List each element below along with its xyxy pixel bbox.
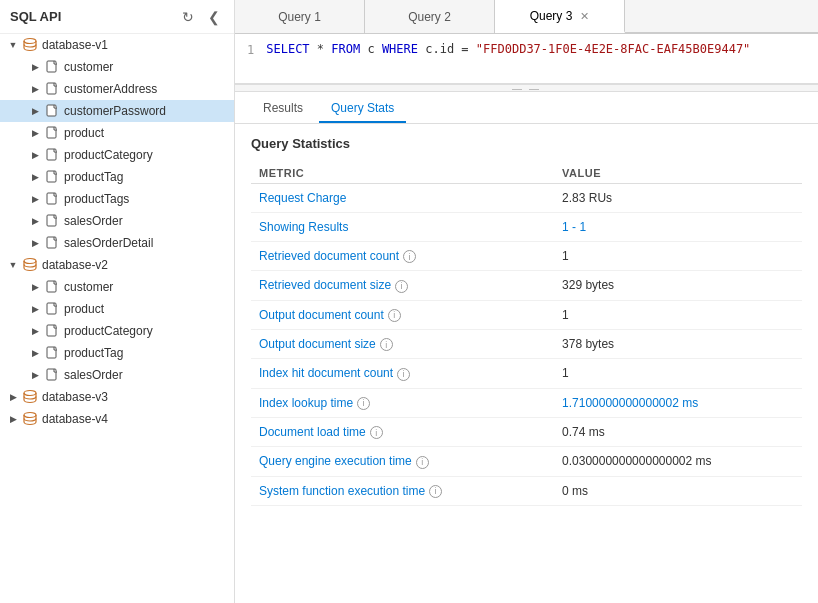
- close-icon[interactable]: ✕: [580, 10, 589, 23]
- sidebar-actions: ↻ ❮: [178, 7, 224, 27]
- keyword-select: SELECT: [266, 42, 309, 56]
- tab-results[interactable]: Results: [251, 95, 315, 123]
- chevron-right-icon: ▶: [28, 302, 42, 316]
- sidebar-item-productCategory-v1[interactable]: ▶ productCategory: [0, 144, 234, 166]
- line-number: 1: [247, 42, 254, 75]
- metric-cell: System function execution timei: [251, 476, 554, 505]
- sidebar-item-database-v2[interactable]: ▼ database-v2: [0, 254, 234, 276]
- tab-query3[interactable]: Query 3 ✕: [495, 0, 625, 33]
- chevron-right-icon: ▶: [28, 280, 42, 294]
- stats-table: METRIC VALUE Request Charge2.83 RUsShowi…: [251, 163, 802, 506]
- query-value: "FFD0DD37-1F0E-4E2E-8FAC-EAF45B0E9447": [476, 42, 751, 56]
- sidebar-item-salesOrderDetail[interactable]: ▶ salesOrderDetail: [0, 232, 234, 254]
- collection-icon: [44, 301, 60, 317]
- stats-title: Query Statistics: [251, 136, 802, 151]
- collection-icon: [44, 345, 60, 361]
- table-row: Retrieved document sizei329 bytes: [251, 271, 802, 300]
- info-icon[interactable]: i: [380, 338, 393, 351]
- value-cell: 1: [554, 300, 802, 329]
- info-icon[interactable]: i: [416, 456, 429, 469]
- value-cell: 0 ms: [554, 476, 802, 505]
- collection-icon: [44, 323, 60, 339]
- sidebar-header: SQL API ↻ ❮: [0, 0, 234, 34]
- tab-query1[interactable]: Query 1: [235, 0, 365, 33]
- info-icon[interactable]: i: [397, 368, 410, 381]
- database-icon: [22, 257, 38, 273]
- info-icon[interactable]: i: [395, 280, 408, 293]
- tab-placeholder: [625, 0, 818, 33]
- svg-point-17: [24, 413, 36, 418]
- info-icon[interactable]: i: [357, 397, 370, 410]
- col-metric: METRIC: [251, 163, 554, 184]
- sidebar-item-database-v1[interactable]: ▼ database-v1: [0, 34, 234, 56]
- sidebar-item-product-v1[interactable]: ▶ product: [0, 122, 234, 144]
- tab-query2-label: Query 2: [408, 10, 451, 24]
- table-row: Output document counti1: [251, 300, 802, 329]
- sidebar-item-customer-v1[interactable]: ▶ customer: [0, 56, 234, 78]
- chevron-right-icon: ▶: [6, 412, 20, 426]
- sidebar-item-salesOrder-v2[interactable]: ▶ salesOrder: [0, 364, 234, 386]
- chevron-right-icon: ▶: [28, 236, 42, 250]
- sidebar-label-customer-v2: customer: [64, 280, 113, 294]
- refresh-button[interactable]: ↻: [178, 7, 198, 27]
- sidebar-label-customer-v1: customer: [64, 60, 113, 74]
- collection-icon: [44, 279, 60, 295]
- info-icon[interactable]: i: [403, 250, 416, 263]
- metric-cell: Request Charge: [251, 184, 554, 213]
- sidebar-item-productTags-v1[interactable]: ▶ productTags: [0, 188, 234, 210]
- sidebar-label-customerPassword: customerPassword: [64, 104, 166, 118]
- sidebar-item-customerPassword[interactable]: ▶ customerPassword: [0, 100, 234, 122]
- query-editor[interactable]: 1 SELECT * FROM c WHERE c.id = "FFD0DD37…: [235, 34, 818, 84]
- tab-bar: Query 1 Query 2 Query 3 ✕: [235, 0, 818, 34]
- sidebar-label-product-v2: product: [64, 302, 104, 316]
- sidebar-item-customer-v2[interactable]: ▶ customer: [0, 276, 234, 298]
- sidebar-item-productTag-v2[interactable]: ▶ productTag: [0, 342, 234, 364]
- info-icon[interactable]: i: [388, 309, 401, 322]
- query-alias: c: [367, 42, 381, 56]
- collection-icon: [44, 81, 60, 97]
- database-icon: [22, 411, 38, 427]
- query-star: *: [317, 42, 331, 56]
- value-cell: 0.74 ms: [554, 417, 802, 446]
- keyword-where: WHERE: [382, 42, 418, 56]
- sidebar-title: SQL API: [10, 9, 61, 24]
- tab-results-label: Results: [263, 101, 303, 115]
- tab-query2[interactable]: Query 2: [365, 0, 495, 33]
- collapse-button[interactable]: ❮: [204, 7, 224, 27]
- sidebar-label-salesOrder-v2: salesOrder: [64, 368, 123, 382]
- metric-cell: Output document counti: [251, 300, 554, 329]
- sidebar-item-database-v3[interactable]: ▶ database-v3: [0, 386, 234, 408]
- svg-point-10: [24, 259, 36, 264]
- sidebar-label-database-v1: database-v1: [42, 38, 108, 52]
- metric-cell: Document load timei: [251, 417, 554, 446]
- info-icon[interactable]: i: [370, 426, 383, 439]
- sidebar-item-productTag-v1[interactable]: ▶ productTag: [0, 166, 234, 188]
- chevron-right-icon: ▶: [28, 170, 42, 184]
- value-cell: 0.030000000000000002 ms: [554, 447, 802, 476]
- chevron-right-icon: ▶: [28, 148, 42, 162]
- sidebar-label-salesOrder-v1: salesOrder: [64, 214, 123, 228]
- chevron-down-icon: ▼: [6, 38, 20, 52]
- sidebar-label-database-v2: database-v2: [42, 258, 108, 272]
- sidebar-item-product-v2[interactable]: ▶ product: [0, 298, 234, 320]
- table-row: Request Charge2.83 RUs: [251, 184, 802, 213]
- value-cell: 2.83 RUs: [554, 184, 802, 213]
- svg-point-0: [24, 39, 36, 44]
- content-area: Query 1 Query 2 Query 3 ✕ 1 SELECT * FRO…: [235, 0, 818, 603]
- col-value: VALUE: [554, 163, 802, 184]
- stats-container: Query Statistics METRIC VALUE Request Ch…: [235, 124, 818, 603]
- sidebar-item-productCategory-v2[interactable]: ▶ productCategory: [0, 320, 234, 342]
- table-row: System function execution timei0 ms: [251, 476, 802, 505]
- info-icon[interactable]: i: [429, 485, 442, 498]
- metric-cell: Retrieved document sizei: [251, 271, 554, 300]
- sidebar-item-customerAddress[interactable]: ▶ customerAddress: [0, 78, 234, 100]
- divider-handle[interactable]: — —: [235, 84, 818, 92]
- query-text[interactable]: SELECT * FROM c WHERE c.id = "FFD0DD37-1…: [266, 42, 806, 75]
- chevron-right-icon: ▶: [28, 192, 42, 206]
- sidebar-item-database-v4[interactable]: ▶ database-v4: [0, 408, 234, 430]
- sidebar-item-salesOrder-v1[interactable]: ▶ salesOrder: [0, 210, 234, 232]
- results-tabs: Results Query Stats: [235, 92, 818, 124]
- sidebar-label-productTag-v1: productTag: [64, 170, 123, 184]
- database-icon: [22, 389, 38, 405]
- tab-query-stats[interactable]: Query Stats: [319, 95, 406, 123]
